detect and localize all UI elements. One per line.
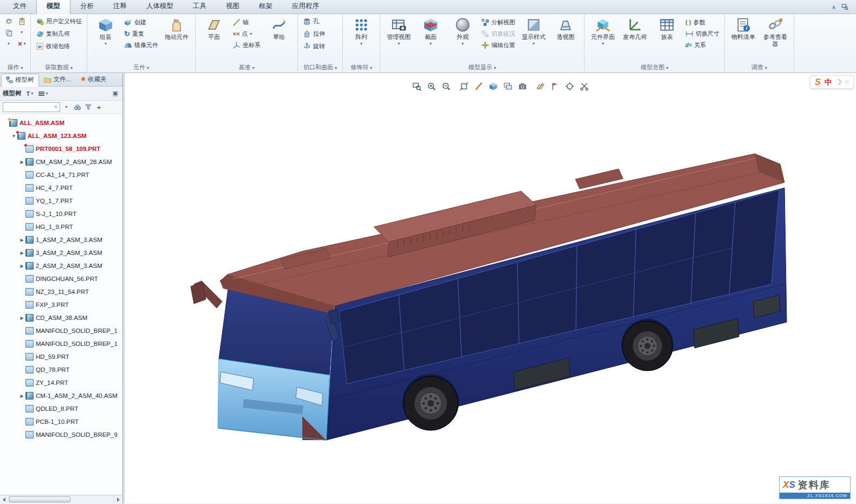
- scrollbar-track[interactable]: [9, 495, 114, 503]
- paste-button[interactable]: [16, 16, 27, 26]
- tree-item[interactable]: YQ_1_7.PRT: [0, 194, 122, 207]
- edit-position-button[interactable]: 编辑位置: [479, 40, 517, 50]
- scroll-left-button[interactable]: [0, 495, 9, 503]
- bill-of-materials-button[interactable]: 物料清单: [728, 16, 758, 42]
- tree-item[interactable]: ▼ALL_ASM_123.ASM: [0, 129, 122, 142]
- tab-folder-browser[interactable]: 文件...: [39, 73, 76, 86]
- add-filter-button[interactable]: ＋: [94, 102, 103, 112]
- copy-button[interactable]: [3, 28, 14, 37]
- operations-more-button[interactable]: ▾: [3, 39, 14, 49]
- spin-center-button[interactable]: [563, 80, 576, 93]
- copy-geometry-button[interactable]: 复制几何: [34, 29, 72, 39]
- family-table-button[interactable]: 族表: [652, 16, 682, 42]
- group-label-datum[interactable]: 基准 ▾: [196, 62, 297, 73]
- pattern-button[interactable]: 阵列▾: [346, 16, 377, 47]
- zoom-in-button[interactable]: [425, 80, 438, 93]
- sections-button[interactable]: 截面▾: [416, 16, 446, 47]
- bus-front-wheel[interactable]: [404, 376, 458, 430]
- capture-image-button[interactable]: [516, 80, 529, 93]
- shrinkwrap-button[interactable]: 收缩包络: [34, 41, 72, 51]
- search-options-button[interactable]: ▾: [62, 102, 71, 112]
- extrude-button[interactable]: 拉伸: [301, 29, 327, 39]
- tree-item[interactable]: PRT0001_58_109.PRT: [0, 142, 122, 155]
- tree-item[interactable]: NZ_23_11_54.PRT: [0, 285, 122, 298]
- publish-geometry-button[interactable]: 发布几何: [620, 16, 650, 42]
- tree-item[interactable]: MANIFOLD_SOLID_BREP_9: [0, 428, 122, 441]
- tab-model[interactable]: 模型: [36, 0, 70, 14]
- tree-filters-button[interactable]: ▾: [37, 90, 49, 97]
- expand-arrow-icon[interactable]: ▶: [18, 160, 25, 165]
- scroll-right-button[interactable]: [114, 495, 122, 503]
- group-label-cut-surface[interactable]: 切口和曲面 ▾: [298, 62, 342, 73]
- tree-item[interactable]: CC-A1_14_71.PRT: [0, 168, 122, 181]
- datum-csys-button[interactable]: 坐标系: [231, 40, 262, 50]
- tab-tools[interactable]: 工具: [183, 0, 216, 14]
- hole-button[interactable]: 孔: [301, 16, 321, 27]
- ime-bar[interactable]: S 中 ☽ ∶∶: [810, 75, 854, 89]
- tree-item[interactable]: HD_59.PRT: [0, 350, 122, 363]
- component-interface-button[interactable]: 元件界面▾: [588, 16, 618, 47]
- regenerate-button[interactable]: [3, 16, 14, 26]
- tree-item[interactable]: QDLED_8.PRT: [0, 402, 122, 415]
- tab-file[interactable]: 文件: [3, 0, 36, 14]
- tree-item[interactable]: ▶1_ASM_2_ASM_3.ASM: [0, 233, 122, 246]
- clip-button[interactable]: [578, 80, 591, 93]
- expand-arrow-icon[interactable]: ▶: [18, 394, 25, 398]
- tab-applications[interactable]: 应用程序: [282, 0, 329, 14]
- expand-arrow-icon[interactable]: ▶: [18, 251, 25, 256]
- tab-framework[interactable]: 框架: [249, 0, 282, 14]
- display-style-button[interactable]: 显示样式▾: [518, 16, 549, 47]
- group-label-model-display[interactable]: 模型显示 ▾: [380, 62, 584, 73]
- expand-arrow-icon[interactable]: ▶: [18, 264, 25, 269]
- tree-item[interactable]: MANIFOLD_SOLID_BREP_1: [0, 337, 122, 350]
- tree-item[interactable]: S-J_1_10.PRT: [0, 207, 122, 220]
- collapse-ribbon-button[interactable]: ∧: [832, 4, 836, 11]
- bus-3d-model[interactable]: [190, 139, 797, 450]
- revolve-button[interactable]: 旋转: [301, 41, 327, 51]
- tree-item[interactable]: PCB-1_10.PRT: [0, 415, 122, 428]
- parameters-button[interactable]: { }参数: [684, 17, 721, 28]
- ime-language-indicator[interactable]: 中: [825, 77, 832, 87]
- clear-search-button[interactable]: ×: [52, 103, 60, 111]
- expand-arrow-icon[interactable]: ▶: [18, 316, 25, 320]
- tab-favorites[interactable]: ✱ 收藏夹: [76, 73, 112, 86]
- tree-item[interactable]: ALL_ASM.ASM: [0, 116, 122, 129]
- tree-item[interactable]: ▶CM-1_ASM_2_ASM_40.ASM: [0, 389, 122, 402]
- bus-mirror-left[interactable]: [191, 281, 222, 308]
- manage-views-button[interactable]: 管理视图▾: [384, 16, 414, 47]
- tab-manikin[interactable]: 人体模型: [137, 0, 183, 14]
- tree-item[interactable]: MANIFOLD_SOLID_BREP_1: [0, 324, 122, 337]
- repaint-button[interactable]: [472, 80, 485, 93]
- tab-analysis[interactable]: 分析: [70, 0, 103, 14]
- filter-button[interactable]: [83, 102, 93, 112]
- datum-plane-button[interactable]: 平面: [199, 16, 229, 42]
- annotation-display-button[interactable]: [548, 80, 562, 93]
- bus-rear-wheel[interactable]: [622, 321, 672, 371]
- datum-axis-button[interactable]: 轴: [231, 17, 262, 28]
- tree-options-button[interactable]: ▣: [111, 89, 120, 98]
- tree-item[interactable]: ZY_14.PRT: [0, 376, 122, 389]
- delete-button[interactable]: ✕▾: [16, 39, 27, 49]
- group-label-operations[interactable]: 操作 ▾: [0, 62, 30, 73]
- datum-display-filters-button[interactable]: [534, 80, 547, 93]
- moon-icon[interactable]: ☽: [835, 78, 842, 86]
- tree-item[interactable]: ▶CD_ASM_38.ASM: [0, 311, 122, 324]
- collapse-arrow-icon[interactable]: ▼: [10, 134, 17, 139]
- regenerate-dropdown-button[interactable]: ▾: [16, 28, 27, 37]
- command-search-button[interactable]: [841, 3, 848, 11]
- assemble-button[interactable]: 组装▾: [90, 16, 121, 47]
- scrollbar-thumb[interactable]: [9, 496, 70, 502]
- exploded-view-button[interactable]: 分解视图: [479, 17, 517, 28]
- graphics-area[interactable]: S 中 ☽ ∶∶: [125, 73, 856, 503]
- group-label-model-intent[interactable]: 模型意图 ▾: [585, 62, 724, 73]
- perspective-button[interactable]: 透视图: [550, 16, 581, 42]
- tree-column-display-button[interactable]: T▾: [25, 89, 35, 98]
- tree-horizontal-scrollbar[interactable]: [0, 495, 122, 503]
- group-label-investigate[interactable]: 调查 ▾: [725, 62, 794, 73]
- zoom-out-button[interactable]: [439, 80, 453, 93]
- find-button[interactable]: [73, 102, 82, 112]
- udf-button[interactable]: 用户定义特征: [34, 16, 83, 27]
- tree-item[interactable]: QD_78.PRT: [0, 363, 122, 376]
- datum-point-button[interactable]: ✕✕点 ▾: [231, 29, 262, 39]
- tree-item[interactable]: DINGCHUAN_56.PRT: [0, 272, 122, 285]
